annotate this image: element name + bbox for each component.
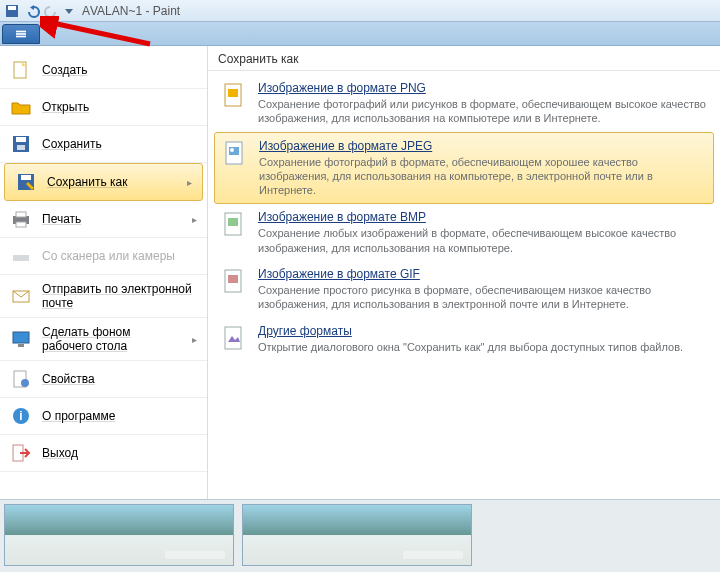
bmp-file-icon bbox=[220, 210, 248, 238]
open-folder-icon bbox=[10, 96, 32, 118]
svg-marker-2 bbox=[30, 5, 34, 10]
svg-rect-15 bbox=[21, 175, 31, 180]
svg-rect-6 bbox=[16, 35, 26, 37]
menu-item-properties[interactable]: Свойства bbox=[0, 361, 207, 398]
file-menu-list: Создать Открыть Сохранить Сохранить как … bbox=[0, 46, 208, 499]
submenu-header: Сохранить как bbox=[208, 46, 720, 71]
svg-rect-23 bbox=[18, 344, 24, 347]
save-as-icon bbox=[15, 171, 37, 193]
svg-rect-30 bbox=[228, 89, 238, 97]
menu-label: Печать bbox=[42, 212, 182, 226]
format-png[interactable]: Изображение в формате PNG Сохранение фот… bbox=[214, 75, 714, 132]
save-as-submenu: Сохранить как Изображение в формате PNG … bbox=[208, 46, 720, 499]
format-gif[interactable]: Изображение в формате GIF Сохранение про… bbox=[214, 261, 714, 318]
format-jpeg[interactable]: Изображение в формате JPEG Сохранение фо… bbox=[214, 132, 714, 205]
format-desc: Сохранение любых изображений в формате, … bbox=[258, 226, 708, 255]
svg-rect-22 bbox=[13, 332, 29, 343]
menu-item-wallpaper[interactable]: Сделать фоном рабочего стола ▸ bbox=[0, 318, 207, 361]
svg-rect-35 bbox=[228, 218, 238, 226]
menu-label: Сохранить как bbox=[47, 175, 177, 189]
menu-label: О программе bbox=[42, 409, 197, 423]
title-bar: АVALAN~1 - Paint bbox=[0, 0, 720, 22]
menu-item-send-email[interactable]: Отправить по электронной почте bbox=[0, 275, 207, 318]
format-list: Изображение в формате PNG Сохранение фот… bbox=[208, 71, 720, 364]
window-thumbnail[interactable] bbox=[4, 504, 234, 566]
format-title: Изображение в формате JPEG bbox=[259, 139, 707, 153]
svg-rect-20 bbox=[13, 255, 29, 261]
svg-rect-4 bbox=[16, 30, 26, 32]
menu-item-save[interactable]: Сохранить bbox=[0, 126, 207, 163]
menu-item-exit[interactable]: Выход bbox=[0, 435, 207, 472]
redo-icon[interactable] bbox=[44, 3, 60, 19]
svg-rect-1 bbox=[8, 6, 16, 10]
menu-item-save-as[interactable]: Сохранить как ▸ bbox=[4, 163, 203, 201]
format-title: Изображение в формате GIF bbox=[258, 267, 708, 281]
save-disk-icon bbox=[10, 133, 32, 155]
format-title: Другие форматы bbox=[258, 324, 683, 338]
svg-rect-13 bbox=[17, 145, 25, 150]
undo-icon[interactable] bbox=[24, 3, 40, 19]
file-menu-backstage: Создать Открыть Сохранить Сохранить как … bbox=[0, 46, 720, 500]
svg-point-25 bbox=[21, 379, 29, 387]
menu-item-new[interactable]: Создать bbox=[0, 52, 207, 89]
format-desc: Открытие диалогового окна "Сохранить как… bbox=[258, 340, 683, 354]
format-desc: Сохранение простого рисунка в формате, о… bbox=[258, 283, 708, 312]
jpeg-file-icon bbox=[221, 139, 249, 167]
printer-icon bbox=[10, 208, 32, 230]
properties-icon bbox=[10, 368, 32, 390]
taskbar-thumbnails bbox=[0, 500, 720, 572]
save-icon[interactable] bbox=[4, 3, 20, 19]
svg-rect-12 bbox=[16, 137, 26, 142]
desktop-icon bbox=[10, 328, 32, 350]
window-thumbnail[interactable] bbox=[242, 504, 472, 566]
scanner-icon bbox=[10, 245, 32, 267]
file-menu-button[interactable] bbox=[2, 24, 40, 44]
menu-item-open[interactable]: Открыть bbox=[0, 89, 207, 126]
svg-text:i: i bbox=[19, 409, 22, 423]
menu-label: Сделать фоном рабочего стола bbox=[42, 325, 182, 353]
menu-label: Сохранить bbox=[42, 137, 197, 151]
exit-icon bbox=[10, 442, 32, 464]
quick-access-toolbar bbox=[4, 3, 74, 19]
png-file-icon bbox=[220, 81, 248, 109]
svg-marker-3 bbox=[65, 9, 73, 14]
qat-dropdown-icon[interactable] bbox=[64, 3, 74, 19]
chevron-right-icon: ▸ bbox=[187, 177, 192, 188]
other-formats-icon bbox=[220, 324, 248, 352]
window-title: АVALAN~1 - Paint bbox=[82, 4, 180, 18]
format-other[interactable]: Другие форматы Открытие диалогового окна… bbox=[214, 318, 714, 360]
format-title: Изображение в формате PNG bbox=[258, 81, 708, 95]
menu-label: Отправить по электронной почте bbox=[42, 282, 197, 310]
format-desc: Сохранение фотографий или рисунков в фор… bbox=[258, 97, 708, 126]
svg-rect-18 bbox=[16, 212, 26, 217]
chevron-right-icon: ▸ bbox=[192, 214, 197, 225]
menu-label: Свойства bbox=[42, 372, 197, 386]
menu-label: Со сканера или камеры bbox=[42, 249, 197, 263]
new-file-icon bbox=[10, 59, 32, 81]
email-icon bbox=[10, 285, 32, 307]
svg-rect-37 bbox=[228, 275, 238, 283]
format-title: Изображение в формате BMP bbox=[258, 210, 708, 224]
ribbon-tabs bbox=[0, 22, 720, 46]
svg-rect-5 bbox=[16, 33, 26, 35]
menu-item-about[interactable]: i О программе bbox=[0, 398, 207, 435]
svg-point-33 bbox=[230, 148, 234, 152]
menu-item-print[interactable]: Печать ▸ bbox=[0, 201, 207, 238]
gif-file-icon bbox=[220, 267, 248, 295]
chevron-right-icon: ▸ bbox=[192, 334, 197, 345]
menu-item-scanner: Со сканера или камеры bbox=[0, 238, 207, 275]
menu-label: Создать bbox=[42, 63, 197, 77]
svg-rect-19 bbox=[16, 222, 26, 227]
format-desc: Сохранение фотографий в формате, обеспеч… bbox=[259, 155, 707, 198]
info-icon: i bbox=[10, 405, 32, 427]
menu-label: Выход bbox=[42, 446, 197, 460]
format-bmp[interactable]: Изображение в формате BMP Сохранение люб… bbox=[214, 204, 714, 261]
menu-label: Открыть bbox=[42, 100, 197, 114]
